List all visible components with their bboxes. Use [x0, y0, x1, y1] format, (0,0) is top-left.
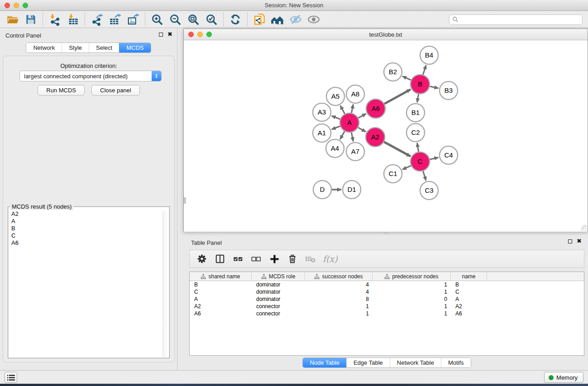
cell-MCDS-role[interactable]: connector [252, 303, 305, 310]
graph-node-B[interactable]: B [411, 75, 430, 94]
cell-MCDS-role[interactable]: dominator [252, 281, 305, 288]
result-item-b[interactable]: B [9, 225, 162, 232]
graph-edge-A-A1[interactable] [332, 126, 340, 129]
float-panel-icon[interactable] [159, 33, 163, 37]
cell-shared-name[interactable]: A6 [190, 310, 252, 317]
cell-MCDS-role[interactable]: dominator [252, 288, 305, 295]
table-row-a2[interactable]: A2connector11A2 [190, 303, 584, 310]
cell-successor-nodes[interactable]: 4 [305, 281, 373, 288]
zoom-in-button[interactable] [148, 12, 166, 27]
export-table-button[interactable] [106, 12, 124, 27]
cell-shared-name[interactable]: A [190, 295, 252, 303]
select-all-button[interactable] [232, 253, 244, 265]
cell-successor-nodes[interactable]: 8 [305, 295, 373, 303]
tab-node-table[interactable]: Node Table [303, 358, 346, 367]
column-header-MCDS-role[interactable]: MCDS role [252, 272, 305, 281]
result-item-a2[interactable]: A2 [9, 210, 162, 218]
graph-node-C4[interactable]: C4 [440, 146, 458, 164]
export-network-button[interactable] [88, 12, 106, 27]
network-window-titlebar[interactable]: testGlobe.txt [184, 29, 588, 40]
import-network-button[interactable] [46, 12, 64, 27]
hide-selected-button[interactable] [287, 12, 305, 27]
zoom-out-button[interactable] [166, 12, 184, 27]
graph-node-A7[interactable]: A7 [346, 143, 364, 161]
graph-edge-C-C1[interactable] [402, 166, 411, 170]
graph-edge-B-B4[interactable] [423, 65, 426, 75]
graph-node-B4[interactable]: B4 [420, 46, 438, 64]
refresh-button[interactable] [226, 12, 244, 27]
tab-motifs[interactable]: Motifs [441, 358, 471, 367]
graph-edge-A-A5[interactable] [340, 105, 345, 114]
graph-edge-A-A2[interactable] [358, 128, 366, 132]
network-canvas[interactable]: B4B2BB3A5A8A6B1A3AA1C2A2A4A7CC4C1C3DD1 [184, 41, 588, 232]
graph-edge-B-B2[interactable] [402, 76, 411, 80]
cell-name[interactable]: A [451, 295, 487, 303]
window-resize-grip[interactable] [581, 225, 588, 231]
table-row-b[interactable]: Bdominator41B [190, 281, 584, 288]
vertical-scroll-tick[interactable] [184, 197, 186, 204]
graph-node-D[interactable]: D [313, 181, 331, 199]
graph-edge-A-A7[interactable] [351, 133, 353, 142]
cell-successor-nodes[interactable]: 4 [305, 288, 373, 295]
delete-column-button[interactable] [287, 253, 298, 265]
graph-edge-A-A4[interactable] [340, 131, 344, 139]
result-item-a[interactable]: A [9, 218, 162, 225]
column-header-name[interactable]: name [451, 272, 487, 281]
cell-predecessor-nodes[interactable]: 1 [373, 303, 451, 310]
minimize-network-window-icon[interactable] [197, 32, 203, 37]
cell-MCDS-role[interactable]: connector [252, 310, 305, 317]
graph-node-A4[interactable]: A4 [326, 139, 344, 157]
graph-node-C[interactable]: C [411, 152, 430, 171]
memory-button[interactable]: Memory [544, 372, 583, 383]
cell-MCDS-role[interactable]: dominator [252, 295, 305, 303]
graph-edge-C-C4[interactable] [430, 157, 438, 159]
graph-node-C1[interactable]: C1 [384, 165, 402, 183]
delete-table-button[interactable] [305, 253, 316, 265]
tab-network-table[interactable]: Network Table [390, 358, 441, 367]
zoom-fit-button[interactable] [184, 12, 202, 27]
close-table-panel-icon[interactable]: ✖ [577, 239, 582, 243]
run-mcds-button[interactable]: Run MCDS [38, 85, 85, 95]
show-all-button[interactable] [305, 12, 323, 27]
optimization-criterion-select[interactable]: largest connected component (directed) ▲… [19, 71, 162, 81]
graph-edge-C-C2[interactable] [417, 143, 419, 152]
save-session-button[interactable] [22, 12, 40, 27]
home-button[interactable] [268, 12, 287, 27]
cell-name[interactable]: A6 [451, 310, 487, 317]
graph-node-B2[interactable]: B2 [384, 63, 402, 81]
cell-successor-nodes[interactable]: 1 [305, 303, 373, 310]
graph-node-D1[interactable]: D1 [343, 181, 361, 199]
function-builder-button[interactable]: f(x) [323, 254, 338, 264]
task-history-button[interactable] [5, 372, 17, 383]
cell-predecessor-nodes[interactable]: 0 [373, 295, 451, 303]
graph-edge-A-A8[interactable] [351, 105, 353, 113]
column-header-predecessor-nodes[interactable]: predecessor nodes [373, 272, 451, 281]
table-settings-button[interactable] [196, 253, 208, 265]
minimize-window-icon[interactable] [14, 3, 19, 8]
tab-select[interactable]: Select [89, 43, 119, 52]
close-panel-icon[interactable]: ✖ [167, 32, 172, 37]
cell-name[interactable]: C [451, 288, 487, 295]
result-item-a6[interactable]: A6 [9, 239, 162, 247]
table-row-a6[interactable]: A6connector11A6 [190, 310, 584, 317]
column-header-shared-name[interactable]: shared name [190, 272, 252, 281]
graph-edge-B-B3[interactable] [430, 86, 438, 88]
export-image-button[interactable] [124, 12, 142, 27]
tab-network[interactable]: Network [26, 43, 62, 52]
cell-predecessor-nodes[interactable]: 1 [373, 288, 451, 295]
graph-edge-C-C3[interactable] [423, 171, 426, 181]
graph-node-A2[interactable]: A2 [366, 128, 385, 147]
cell-shared-name[interactable]: C [190, 288, 252, 295]
table-row-a[interactable]: Adominator80A [190, 295, 584, 303]
graph-edge-A-A6[interactable] [358, 114, 366, 118]
tab-edge-table[interactable]: Edge Table [346, 358, 390, 367]
cell-predecessor-nodes[interactable]: 1 [373, 310, 451, 317]
result-item-c[interactable]: C [9, 232, 162, 239]
close-panel-button[interactable]: Close panel [91, 85, 140, 95]
cell-name[interactable]: A2 [451, 303, 487, 310]
table-row-c[interactable]: Cdominator41C [190, 288, 584, 295]
open-file-button[interactable] [4, 12, 22, 27]
graph-node-A6[interactable]: A6 [366, 99, 385, 118]
tab-style[interactable]: Style [62, 43, 89, 52]
graph-edge-A6-B[interactable] [384, 90, 411, 104]
